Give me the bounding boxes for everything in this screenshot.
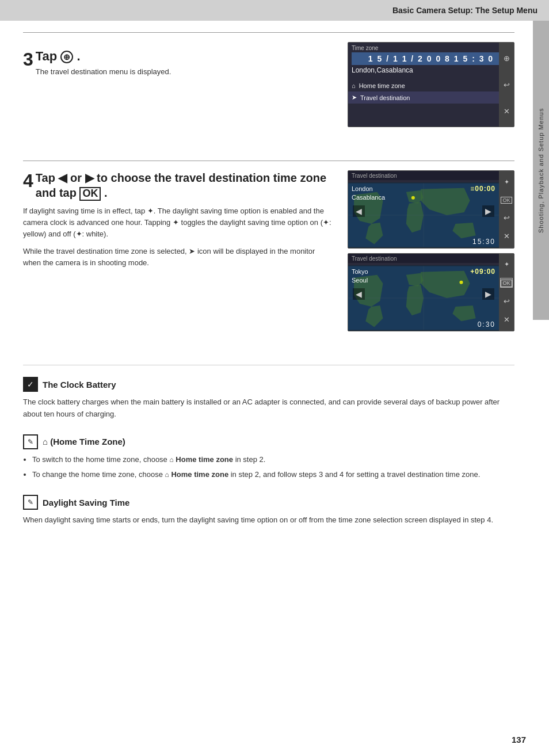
screen-sidebar-2: ✦ OK ↩ ✕ — [499, 254, 514, 331]
svg-point-5 — [459, 281, 463, 284]
back-icon-1[interactable]: ↩ — [504, 213, 510, 222]
tz-menu: ⌂ Home time zone ➤ Travel destination — [348, 80, 514, 104]
tz-label: Time zone — [348, 43, 514, 52]
note2-bullet2: To change the home time zone, choose ⌂ H… — [32, 469, 514, 481]
camera-screen-timezone: Time zone 1 5 / 1 1 / 2 0 0 8 1 5 : 3 0 … — [348, 42, 514, 127]
right-arrow-1[interactable]: ▶ — [482, 205, 494, 217]
note1-body: The clock battery charges when the main … — [23, 396, 514, 421]
note3-header: ✎ Daylight Saving Time — [23, 495, 514, 510]
note3-body: When daylight saving time starts or ends… — [23, 514, 514, 526]
note2-title: ⌂ (Home Time Zone) — [43, 437, 125, 446]
screen1-nav: ◀ ▶ — [350, 205, 497, 217]
step-3-section: 3 Tap ⊕ . The travel destination menu is… — [23, 32, 514, 143]
screen-sidebar-tz: ⊕ ↩ ✕ — [499, 43, 514, 127]
page-number: 137 — [512, 735, 526, 744]
pencil-icon-1: ✎ — [23, 434, 38, 449]
step-4-right: Travel destination — [348, 170, 514, 336]
note-clock-battery: ✓ The Clock Battery The clock battery ch… — [23, 377, 514, 421]
home-icon-inline-2: ⌂ — [165, 469, 169, 480]
checkmark-icon: ✓ — [23, 377, 38, 392]
back-icon-2[interactable]: ↩ — [504, 297, 510, 306]
ok-icon-1[interactable]: OK — [501, 196, 512, 204]
screen1-label: Travel destination — [348, 171, 514, 180]
step-4-body: If daylight saving time is in effect, ta… — [23, 205, 334, 269]
step-4-para2: While the travel destination time zone i… — [23, 246, 334, 269]
step-4-section: 4 Tap ◀ or ▶ to choose the travel destin… — [23, 161, 514, 348]
note1-header: ✓ The Clock Battery — [23, 377, 514, 392]
ok-icon-2[interactable]: OK — [500, 278, 512, 288]
note3-title: Daylight Saving Time — [43, 498, 129, 507]
screen2-time: 0:30 — [478, 320, 495, 329]
note-home-time-zone: ✎ ⌂ (Home Time Zone) To switch to the ho… — [23, 434, 514, 482]
note2-header: ✎ ⌂ (Home Time Zone) — [23, 434, 514, 449]
screen2-label: Travel destination — [348, 254, 514, 263]
close-sidebar-icon[interactable]: ✕ — [504, 107, 510, 116]
note2-body: To switch to the home time zone, choose … — [23, 454, 514, 482]
screen1-offset: ≡00:00 — [470, 185, 495, 193]
step-3-left: 3 Tap ⊕ . The travel destination menu is… — [23, 42, 334, 132]
screen2-nav: ◀ ▶ — [350, 288, 497, 300]
screen2-offset: +09:00 — [470, 268, 495, 276]
dst-icon-1[interactable]: ✦ — [504, 178, 509, 186]
left-arrow-1[interactable]: ◀ — [353, 205, 365, 217]
right-arrow-2[interactable]: ▶ — [482, 288, 494, 300]
close-icon-2[interactable]: ✕ — [504, 315, 510, 324]
back-sidebar-icon[interactable]: ↩ — [504, 81, 510, 89]
side-tab: Shooting, Playback and Setup Menus — [533, 21, 549, 320]
notes-section: ✓ The Clock Battery The clock battery ch… — [23, 365, 514, 526]
home-label: Home time zone — [359, 82, 405, 89]
home-icon-inline-1: ⌂ — [169, 455, 173, 465]
home-icon-title: ⌂ — [43, 437, 50, 446]
tz-home-row: ⌂ Home time zone — [348, 80, 514, 91]
svg-point-1 — [411, 196, 415, 200]
step-3-title: 3 Tap ⊕ . — [23, 49, 334, 64]
header-title: Basic Camera Setup: The Setup Menu — [392, 6, 537, 15]
travel-label: Travel destination — [360, 94, 410, 101]
close-icon-1[interactable]: ✕ — [504, 232, 510, 240]
globe-sidebar-icon[interactable]: ⊕ — [504, 54, 510, 63]
step-3-description: The travel destination menu is displayed… — [23, 67, 334, 76]
main-content: 3 Tap ⊕ . The travel destination menu is… — [0, 21, 549, 552]
step-3-right: Time zone 1 5 / 1 1 / 2 0 0 8 1 5 : 3 0 … — [348, 42, 514, 132]
note2-bullet1: To switch to the home time zone, choose … — [32, 454, 514, 466]
step-4-left: 4 Tap ◀ or ▶ to choose the travel destin… — [23, 170, 334, 336]
screen1-cities: London Casablanca — [352, 185, 385, 203]
dst-icon-2[interactable]: ✦ — [504, 261, 509, 268]
screen2-cities: Tokyo Seoul — [352, 268, 368, 285]
tz-time: 1 5 / 1 1 / 2 0 0 8 1 5 : 3 0 — [352, 52, 510, 65]
note1-title: The Clock Battery — [43, 380, 116, 390]
globe-icon: ⊕ — [60, 51, 73, 63]
ok-box: OK — [79, 187, 101, 201]
note-daylight-saving: ✎ Daylight Saving Time When daylight sav… — [23, 495, 514, 526]
camera-screen-london: Travel destination — [348, 170, 514, 249]
travel-arrow-icon: ➤ — [352, 94, 357, 101]
step-4-title: 4 Tap ◀ or ▶ to choose the travel destin… — [23, 170, 334, 201]
camera-screen-tokyo: Travel destination — [348, 253, 514, 331]
screen-sidebar-1: ✦ OK ↩ ✕ — [499, 171, 514, 248]
page-header: Basic Camera Setup: The Setup Menu — [0, 0, 549, 21]
step-4-para1: If daylight saving time is in effect, ta… — [23, 205, 334, 240]
screen1-time: 15:30 — [472, 238, 495, 246]
pencil-icon-2: ✎ — [23, 495, 38, 510]
tz-city: London,Casablanca — [348, 65, 514, 77]
home-icon-tz: ⌂ — [352, 82, 356, 89]
tz-travel-row[interactable]: ➤ Travel destination — [348, 91, 514, 104]
left-arrow-2[interactable]: ◀ — [353, 288, 365, 300]
